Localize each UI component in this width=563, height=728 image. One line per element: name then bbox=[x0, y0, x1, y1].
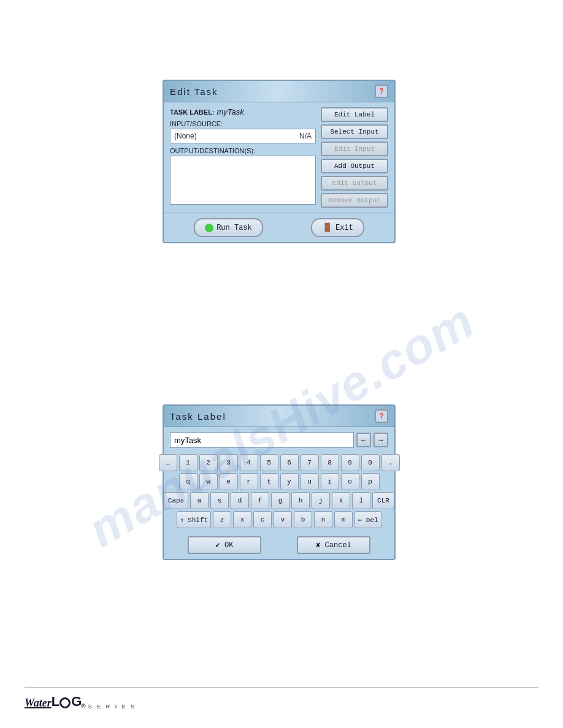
key-0[interactable]: 0 bbox=[361, 454, 380, 471]
task-label-row: TASK LABEL: myTask bbox=[170, 107, 316, 116]
add-output-button[interactable]: Add Output bbox=[321, 159, 388, 173]
key-u[interactable]: u bbox=[301, 473, 319, 490]
key-2[interactable]: 2 bbox=[199, 454, 218, 471]
key-f[interactable]: f bbox=[251, 492, 269, 509]
edit-task-title: Edit Task bbox=[170, 86, 218, 97]
edit-task-left-panel: TASK LABEL: myTask INPUT/SOURCE: (None) … bbox=[170, 107, 316, 208]
key-w[interactable]: w bbox=[199, 473, 218, 490]
edit-task-body: TASK LABEL: myTask INPUT/SOURCE: (None) … bbox=[164, 102, 394, 213]
key-t[interactable]: t bbox=[260, 473, 278, 490]
edit-input-button[interactable]: Edit Input bbox=[321, 142, 388, 156]
keyboard-area: _ 1 2 3 4 5 6 7 8 9 0 . q w e r t y u i … bbox=[164, 452, 394, 534]
key-r[interactable]: r bbox=[240, 473, 258, 490]
logo-log-text: L bbox=[52, 694, 59, 710]
input-na-text: N/A bbox=[299, 132, 312, 140]
select-input-button[interactable]: Select Input bbox=[321, 124, 388, 139]
input-source-label: INPUT/SOURCE: bbox=[170, 120, 316, 127]
keyboard-row-2: q w e r t y u i o p bbox=[169, 473, 389, 490]
key-p[interactable]: p bbox=[361, 473, 380, 490]
logo-o-circle bbox=[59, 697, 71, 708]
key-9[interactable]: 9 bbox=[341, 454, 359, 471]
key-l[interactable]: l bbox=[352, 492, 370, 509]
key-b[interactable]: b bbox=[294, 511, 312, 528]
exit-button[interactable]: 🚪 Exit bbox=[311, 218, 364, 237]
key-3[interactable]: 3 bbox=[220, 454, 238, 471]
task-label-value: myTask bbox=[217, 107, 244, 116]
key-clr[interactable]: CLR bbox=[372, 492, 394, 509]
key-caps[interactable]: Caps bbox=[164, 492, 188, 509]
logo-series: S E R I E S bbox=[88, 703, 137, 710]
key-e[interactable]: e bbox=[220, 473, 238, 490]
edit-task-help-button[interactable]: ? bbox=[375, 85, 388, 98]
edit-task-dialog: Edit Task ? TASK LABEL: myTask INPUT/SOU… bbox=[163, 80, 396, 243]
exit-label: Exit bbox=[335, 224, 353, 232]
keyboard-row-3: Caps a s d f g h j k l CLR bbox=[169, 492, 389, 509]
run-icon bbox=[205, 224, 213, 232]
run-task-label: Run Task bbox=[216, 224, 252, 232]
key-i[interactable]: i bbox=[321, 473, 339, 490]
key-h[interactable]: h bbox=[291, 492, 310, 509]
key-1[interactable]: 1 bbox=[179, 454, 197, 471]
right-arrow-button[interactable]: → bbox=[373, 433, 388, 447]
key-d[interactable]: d bbox=[231, 492, 249, 509]
key-s[interactable]: s bbox=[210, 492, 229, 509]
key-o[interactable]: o bbox=[341, 473, 359, 490]
key-6[interactable]: 6 bbox=[280, 454, 299, 471]
keyboard-footer: ✔ OK ✘ Cancel bbox=[164, 534, 394, 559]
keyboard-row-1: _ 1 2 3 4 5 6 7 8 9 0 . bbox=[169, 454, 389, 471]
task-label-title: Task Label bbox=[170, 411, 226, 422]
key-underscore[interactable]: _ bbox=[159, 454, 177, 471]
key-7[interactable]: 7 bbox=[301, 454, 319, 471]
key-q[interactable]: q bbox=[179, 473, 197, 490]
logo-registered: ® bbox=[81, 703, 85, 710]
key-a[interactable]: a bbox=[190, 492, 209, 509]
keyboard-row-4: ⇧ Shift z x c v b n m ⇐ Del bbox=[169, 511, 389, 528]
logo-water-text: Water bbox=[25, 697, 52, 710]
key-k[interactable]: k bbox=[332, 492, 350, 509]
input-none-text: (None) bbox=[174, 132, 197, 140]
page-footer: Water L G ® S E R I E S bbox=[25, 687, 538, 710]
output-area bbox=[170, 156, 316, 205]
key-n[interactable]: n bbox=[314, 511, 332, 528]
edit-task-titlebar: Edit Task ? bbox=[164, 81, 394, 102]
task-label-dialog: Task Label ? ← → _ 1 2 3 4 5 6 7 8 9 0 .… bbox=[163, 404, 396, 560]
key-z[interactable]: z bbox=[213, 511, 231, 528]
text-input-row: ← → bbox=[164, 427, 394, 452]
key-shift[interactable]: ⇧ Shift bbox=[177, 511, 211, 528]
key-j[interactable]: j bbox=[312, 492, 330, 509]
key-y[interactable]: y bbox=[280, 473, 299, 490]
task-label-key: TASK LABEL: bbox=[170, 108, 215, 116]
remove-output-button[interactable]: Remove Output bbox=[321, 193, 388, 208]
key-g[interactable]: g bbox=[271, 492, 289, 509]
output-label: OUTPUT/DESTINATION(S): bbox=[170, 147, 316, 154]
task-label-titlebar: Task Label ? bbox=[164, 406, 394, 427]
left-arrow-button[interactable]: ← bbox=[356, 433, 371, 447]
logo-g-text: G bbox=[71, 694, 81, 710]
waterlog-logo: Water L G ® S E R I E S bbox=[25, 694, 538, 710]
run-task-button[interactable]: Run Task bbox=[194, 218, 263, 237]
exit-icon: 🚪 bbox=[322, 222, 332, 233]
key-v[interactable]: v bbox=[274, 511, 292, 528]
key-c[interactable]: c bbox=[253, 511, 272, 528]
task-label-help-button[interactable]: ? bbox=[375, 409, 388, 423]
key-m[interactable]: m bbox=[334, 511, 353, 528]
key-5[interactable]: 5 bbox=[260, 454, 278, 471]
input-source-box: (None) N/A bbox=[170, 129, 316, 143]
key-del[interactable]: ⇐ Del bbox=[354, 511, 381, 528]
task-label-input[interactable] bbox=[170, 432, 354, 448]
key-4[interactable]: 4 bbox=[240, 454, 258, 471]
edit-task-right-panel: Edit Label Select Input Edit Input Add O… bbox=[321, 107, 388, 208]
key-x[interactable]: x bbox=[233, 511, 251, 528]
key-8[interactable]: 8 bbox=[321, 454, 339, 471]
key-dot[interactable]: . bbox=[381, 454, 400, 471]
edit-output-button[interactable]: Edit Output bbox=[321, 176, 388, 191]
cancel-button[interactable]: ✘ Cancel bbox=[297, 536, 370, 554]
edit-label-button[interactable]: Edit Label bbox=[321, 107, 388, 122]
edit-task-footer: Run Task 🚪 Exit bbox=[164, 213, 394, 242]
ok-button[interactable]: ✔ OK bbox=[188, 536, 261, 554]
